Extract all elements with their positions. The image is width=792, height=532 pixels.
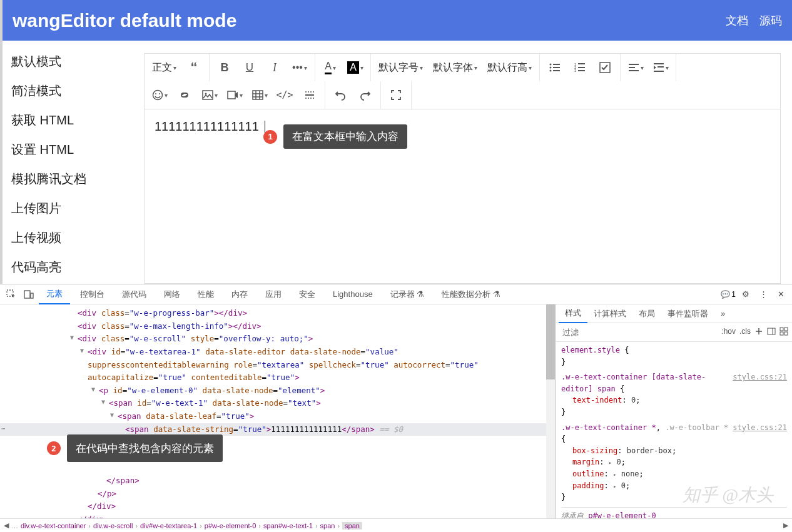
sidebar-item-default-mode[interactable]: 默认模式 (3, 47, 144, 76)
devtools-tab-console[interactable]: 控制台 (73, 285, 112, 304)
sidebar-item-simple-mode[interactable]: 简洁模式 (3, 76, 144, 106)
cls-toggle[interactable]: .cls (739, 327, 751, 338)
devtools-tab-application[interactable]: 应用 (258, 285, 289, 304)
line-height-dropdown[interactable]: 默认行高▾ (482, 54, 537, 81)
fullscreen-button[interactable] (383, 81, 409, 109)
style-source-link[interactable]: style.css:21 (733, 422, 787, 434)
style-rule[interactable]: element.style {} (561, 344, 787, 368)
devtools-tab-elements[interactable]: 元素 (39, 284, 70, 304)
styles-filter-input[interactable] (556, 328, 718, 337)
link-button[interactable] (172, 81, 197, 109)
styles-tab-computed[interactable]: 计算样式 (587, 305, 632, 323)
code-block-button[interactable]: </> (272, 81, 297, 109)
more-menu-button[interactable]: ⋮ (756, 287, 771, 302)
more-style-dropdown[interactable]: •••▾ (287, 54, 312, 81)
devtools-tab-recorder[interactable]: 记录器 ⚗ (383, 285, 432, 304)
svg-rect-17 (657, 66, 664, 68)
style-source-link[interactable]: style.css:21 (733, 371, 787, 383)
layout-panel-button[interactable] (779, 327, 788, 338)
heading-dropdown[interactable]: 正文▾ (147, 54, 181, 81)
inspect-element-button[interactable] (4, 287, 19, 302)
video-dropdown[interactable]: ▾ (222, 81, 247, 109)
svg-point-2 (550, 67, 552, 69)
bullet-list-button[interactable] (542, 54, 567, 81)
style-rule[interactable]: style.css:21 .w-e-text-container [data-s… (561, 371, 787, 418)
devtools-tab-security[interactable]: 安全 (292, 285, 323, 304)
svg-point-21 (159, 93, 160, 94)
bg-color-dropdown[interactable]: A▾ (343, 54, 368, 81)
dom-node-close[interactable]: </div> (0, 500, 555, 513)
devtools-tab-memory[interactable]: 内存 (224, 285, 255, 304)
svg-rect-14 (629, 67, 635, 68)
sidebar-item-get-html[interactable]: 获取 HTML (3, 106, 144, 135)
panel-icon (767, 327, 776, 336)
svg-point-4 (550, 70, 552, 72)
text-color-dropdown[interactable]: A▾ (318, 54, 343, 81)
dom-node[interactable]: ▼<p id="w-e-element-0" data-slate-node="… (0, 384, 555, 398)
align-dropdown[interactable]: ▾ (623, 54, 648, 81)
dom-node[interactable]: <div class="w-e-max-length-info"></div> (0, 320, 555, 333)
redo-button[interactable] (353, 81, 378, 109)
settings-button[interactable]: ⚙ (738, 287, 753, 302)
close-icon: ✕ (778, 289, 784, 299)
sidebar-item-code-highlight[interactable]: 代码高亮 (3, 253, 144, 282)
dom-node-close[interactable]: </span> 2 在代码中查找包含内容的元素 (0, 436, 555, 474)
dom-node[interactable]: ▼<span data-slate-leaf="true"> (0, 410, 555, 423)
dom-node-close[interactable]: </div> (0, 513, 555, 518)
underline-button[interactable]: U (237, 54, 262, 81)
dom-tree-panel[interactable]: <div class="w-e-progress-bar"></div> <di… (0, 304, 556, 518)
indent-dropdown[interactable]: ▾ (648, 54, 673, 81)
table-dropdown[interactable]: ▾ (247, 81, 272, 109)
header-link-source[interactable]: 源码 (759, 13, 782, 28)
sidebar-item-upload-video[interactable]: 上传视频 (3, 223, 144, 253)
emoji-dropdown[interactable]: ▾ (147, 81, 172, 109)
italic-button[interactable]: I (262, 54, 287, 81)
font-family-dropdown[interactable]: 默认字体▾ (428, 54, 482, 81)
new-rule-button[interactable] (754, 327, 763, 338)
sidebar-item-tencent-doc[interactable]: 模拟腾讯文档 (3, 164, 144, 194)
devtools-tab-network[interactable]: 网络 (156, 285, 188, 304)
dom-node-close[interactable]: </span> (0, 474, 555, 488)
annotation-2: 2 在代码中查找包含内容的元素 (47, 434, 223, 462)
italic-icon: I (273, 61, 277, 74)
dom-breadcrumb[interactable]: ◀ … div.w-e-text-container› div.w-e-scro… (0, 518, 792, 532)
dom-node[interactable]: ▼<div id="w-e-textarea-1" data-slate-edi… (0, 346, 555, 359)
divider-button[interactable] (297, 81, 322, 109)
svg-rect-38 (780, 328, 783, 331)
undo-button[interactable] (328, 81, 353, 109)
header-link-docs[interactable]: 文档 (726, 13, 748, 28)
font-size-dropdown[interactable]: 默认字号▾ (373, 54, 428, 81)
dom-node-selected[interactable]: ⋯<span data-slate-string="true">11111111… (0, 423, 555, 436)
underline-icon: U (246, 61, 253, 74)
sidebar-item-set-html[interactable]: 设置 HTML (3, 135, 144, 164)
todo-button[interactable] (592, 54, 617, 81)
devtools-tab-perf-insights[interactable]: 性能数据分析 ⚗ (434, 285, 508, 304)
styles-tab-more[interactable]: » (714, 306, 731, 321)
svg-rect-34 (24, 291, 30, 298)
styles-tab-events[interactable]: 事件监听器 (661, 305, 714, 323)
image-dropdown[interactable]: ▾ (197, 81, 222, 109)
number-list-button[interactable]: 123 (567, 54, 592, 81)
styles-tab-styles[interactable]: 样式 (559, 304, 587, 323)
dom-scrollbar[interactable] (546, 304, 555, 518)
dom-node[interactable]: <div class="w-e-progress-bar"></div> (0, 307, 555, 320)
device-toggle-button[interactable] (21, 287, 36, 302)
issues-badge[interactable]: 💬1 (721, 290, 736, 299)
devtools-tab-sources[interactable]: 源代码 (114, 285, 154, 304)
hov-toggle[interactable]: :hov (721, 327, 736, 338)
dom-node[interactable]: ▼<span id="w-e-text-1" data-slate-node="… (0, 397, 555, 410)
sidebar-item-upload-image[interactable]: 上传图片 (3, 194, 144, 223)
bold-button[interactable]: B (212, 54, 237, 81)
styles-tab-layout[interactable]: 布局 (632, 305, 661, 323)
computed-toggle[interactable] (767, 327, 776, 338)
close-devtools-button[interactable]: ✕ (773, 287, 788, 302)
dom-node-cont: suppresscontenteditablewarning role="tex… (0, 359, 555, 372)
editor-content-area[interactable]: 111111111111111 1 在富文本框中输入内容 (144, 109, 781, 284)
dom-node-close[interactable]: </p> (0, 488, 555, 501)
dom-node[interactable]: ▼<div class="w-e-scroll" style="overflow… (0, 333, 555, 346)
devtools-tab-performance[interactable]: 性能 (190, 285, 221, 304)
blockquote-button[interactable]: “ (181, 54, 206, 81)
styles-rules-list[interactable]: element.style {} style.css:21 .w-e-text-… (556, 342, 792, 518)
style-rule[interactable]: style.css:21 .w-e-text-container *, .w-e… (561, 422, 787, 503)
devtools-tab-lighthouse[interactable]: Lighthouse (325, 286, 380, 303)
